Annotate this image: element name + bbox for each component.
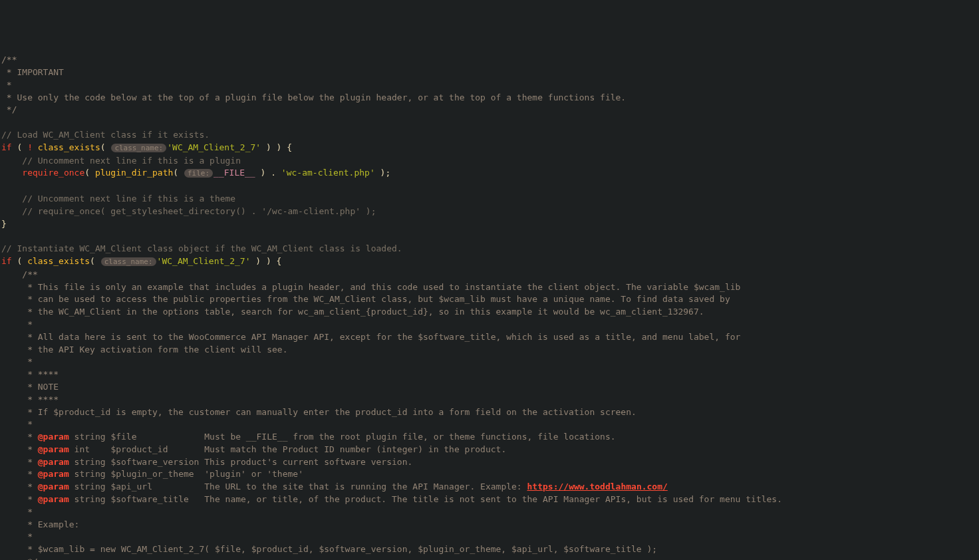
code-line: *	[0, 506, 979, 519]
code-line: * Use only the code below at the top of …	[0, 92, 979, 104]
const-file: __FILE__	[213, 168, 255, 178]
docblock-param-text: int $product_id Must match the Product I…	[69, 444, 506, 454]
code-line: /**	[0, 54, 979, 67]
inlay-hint-class-name: class_name:	[111, 144, 166, 152]
code-line: // Instantiate WC_AM_Client class object…	[0, 243, 979, 255]
inlay-hint-file: file:	[184, 169, 213, 178]
docblock-param-tag: @param	[38, 457, 69, 467]
code-line: *	[0, 79, 979, 92]
string-literal: 'WC_AM_Client_2_7'	[157, 256, 251, 266]
string-literal: 'WC_AM_Client_2_7'	[167, 142, 261, 152]
code-line: * NOTE	[0, 381, 979, 394]
code-line: */	[0, 556, 979, 560]
fn-class-exists: class_exists	[38, 142, 100, 152]
fn-plugin-dir-path: plugin_dir_path	[95, 168, 173, 178]
keyword-require-once: require_once	[22, 168, 84, 178]
docblock-param-tag: @param	[38, 494, 69, 504]
code-line: * @param string $api_url The URL to the …	[0, 481, 979, 493]
code-line: * @param int $product_id Must match the …	[0, 444, 979, 456]
code-line: require_once( plugin_dir_path( file:__FI…	[0, 167, 979, 180]
code-line	[0, 230, 979, 243]
code-line: * This file is only an example that incl…	[0, 281, 979, 294]
docblock-url-link[interactable]: https://www.toddlahman.com/	[527, 482, 668, 491]
code-line: * Example:	[0, 519, 979, 531]
code-line: // Load WC_AM_Client class if it exists.	[0, 129, 979, 142]
docblock-param-text: string $plugin_or_theme 'plugin' or 'the…	[69, 469, 303, 479]
code-line: *	[0, 418, 979, 431]
code-line: // require_once( get_stylesheet_director…	[0, 206, 979, 218]
docblock-param-tag: @param	[38, 444, 69, 454]
docblock-param-tag: @param	[38, 482, 69, 491]
code-line: * the API Key activation form the client…	[0, 344, 979, 356]
docblock-param-tag: @param	[38, 432, 69, 442]
code-line: }	[0, 218, 979, 231]
code-line: * @param string $file Must be __FILE__ f…	[0, 431, 979, 444]
code-line: * If $product_id is empty, the customer …	[0, 406, 979, 419]
code-line: *	[0, 531, 979, 543]
code-line: * can be used to access the public prope…	[0, 293, 979, 306]
code-line: * @param string $software_title The name…	[0, 493, 979, 506]
docblock-param-text: string $api_url The URL to the site that…	[69, 482, 527, 491]
code-line: * @param string $software_version This p…	[0, 456, 979, 469]
string-literal: 'wc-am-client.php'	[281, 168, 375, 178]
inlay-hint-class-name: class_name:	[101, 257, 156, 266]
code-line: * the WC_AM_Client in the options table,…	[0, 306, 979, 319]
code-line	[0, 116, 979, 129]
code-line: * IMPORTANT	[0, 67, 979, 79]
fn-class-exists: class_exists	[27, 256, 90, 266]
code-editor-viewport[interactable]: /** * IMPORTANT * * Use only the code be…	[0, 54, 979, 560]
code-line: * @param string $plugin_or_theme 'plugin…	[0, 468, 979, 481]
code-line: /**	[0, 269, 979, 281]
code-line: */	[0, 104, 979, 116]
code-line: * ****	[0, 368, 979, 381]
code-line: * ****	[0, 394, 979, 406]
code-line: * $wcam_lib = new WC_AM_Client_2_7( $fil…	[0, 543, 979, 556]
docblock-param-tag: @param	[38, 469, 69, 479]
code-line	[0, 180, 979, 193]
docblock-param-text: string $software_version This product's …	[69, 457, 413, 467]
keyword-if: if	[1, 256, 12, 266]
code-line: // Uncomment next line if this is a them…	[0, 193, 979, 206]
operator-not: !	[27, 142, 33, 152]
code-line: * All data here is sent to the WooCommer…	[0, 331, 979, 344]
keyword-if: if	[1, 142, 12, 152]
docblock-param-text: string $software_title The name, or titl…	[69, 494, 782, 504]
code-line: if ( class_exists( class_name:'WC_AM_Cli…	[0, 255, 979, 269]
code-line: // Uncomment next line if this is a plug…	[0, 155, 979, 168]
docblock-param-text: string $file Must be __FILE__ from the r…	[69, 432, 616, 442]
code-line: *	[0, 356, 979, 368]
code-line: if ( ! class_exists( class_name:'WC_AM_C…	[0, 142, 979, 155]
code-line: *	[0, 319, 979, 331]
